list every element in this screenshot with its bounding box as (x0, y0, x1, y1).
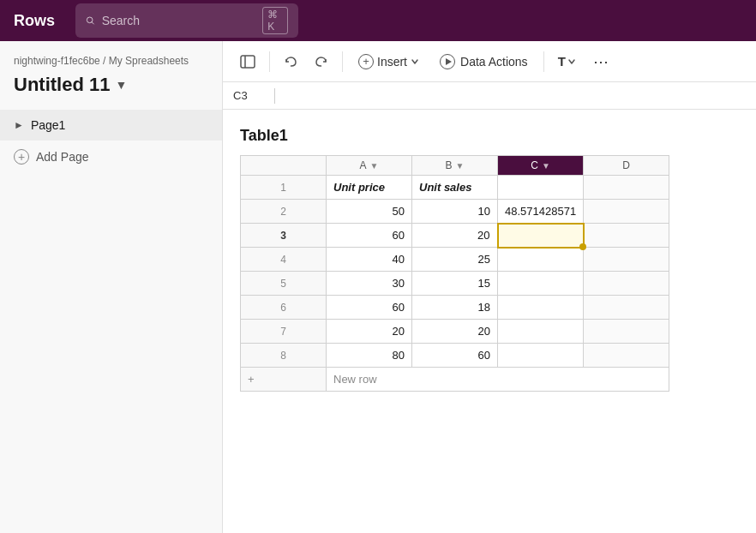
col-header-d[interactable]: D (584, 156, 669, 176)
cell-d8[interactable] (584, 344, 669, 368)
cell-d4[interactable] (584, 248, 669, 272)
toolbar-divider-3 (543, 51, 544, 72)
undo-icon (284, 55, 297, 69)
data-actions-label: Data Actions (460, 55, 528, 69)
text-format-dropdown-icon (567, 57, 576, 66)
toolbar-divider-2 (342, 51, 343, 72)
table-row: 1 Unit price Unit sales (241, 176, 669, 200)
cell-c5[interactable] (498, 272, 584, 296)
play-icon (440, 54, 455, 69)
data-actions-button[interactable]: Data Actions (431, 49, 537, 75)
spreadsheet-area[interactable]: Table1 A ▼ B (223, 110, 756, 533)
doc-title-dropdown-icon[interactable]: ▼ (115, 78, 127, 92)
col-header-b[interactable]: B ▼ (412, 156, 498, 176)
col-a-dropdown-icon: ▼ (370, 161, 379, 171)
cell-b5[interactable]: 15 (412, 272, 498, 296)
row-num-1: 1 (241, 176, 327, 200)
undo-button[interactable] (277, 50, 304, 74)
top-bar: Rows ⌘ K (0, 0, 756, 41)
table-row: 4 40 25 (241, 248, 669, 272)
search-input[interactable] (102, 14, 256, 27)
row-num-6: 6 (241, 296, 327, 320)
cell-c8[interactable] (498, 344, 584, 368)
col-a-label: A (360, 159, 367, 171)
cell-a2[interactable]: 50 (327, 200, 412, 224)
cell-c7[interactable] (498, 320, 584, 344)
cell-c3-selected[interactable] (498, 224, 584, 248)
sidebar: nightwing-f1fec6be / My Spreadsheets Unt… (0, 41, 223, 533)
table-title: Table1 (240, 127, 739, 145)
cell-a8[interactable]: 80 (327, 344, 412, 368)
col-b-dropdown-icon: ▼ (456, 161, 465, 171)
selected-cell-dot (579, 243, 586, 250)
cell-d3[interactable] (584, 224, 669, 248)
search-box[interactable]: ⌘ K (75, 3, 298, 38)
main-layout: nightwing-f1fec6be / My Spreadsheets Unt… (0, 41, 756, 533)
col-c-label: C (531, 159, 538, 171)
row-num-2: 2 (241, 200, 327, 224)
col-d-label: D (622, 159, 630, 171)
table-row: 3 60 20 (241, 224, 669, 248)
cell-a3[interactable]: 60 (327, 224, 412, 248)
row-num-4: 4 (241, 248, 327, 272)
new-row-label-cell[interactable]: New row (327, 368, 669, 392)
redo-icon (315, 55, 328, 69)
table-row: 6 60 18 (241, 296, 669, 320)
insert-label: Insert (377, 55, 407, 69)
cell-a5[interactable]: 30 (327, 272, 412, 296)
toolbar: + Insert Data Actions T ⋯ (223, 41, 756, 82)
insert-icon: + (358, 54, 374, 69)
add-page-button[interactable]: + Add Page (0, 141, 222, 173)
column-header-row: A ▼ B ▼ C (241, 156, 669, 176)
more-button[interactable]: ⋯ (586, 47, 615, 76)
insert-button[interactable]: + Insert (350, 49, 428, 75)
cell-d2[interactable] (584, 200, 669, 224)
sidebar-item-page1[interactable]: ► Page1 (0, 110, 222, 141)
table-row: 5 30 15 (241, 272, 669, 296)
cell-d5[interactable] (584, 272, 669, 296)
row-num-7: 7 (241, 320, 327, 344)
add-page-icon: + (14, 149, 29, 165)
col-header-a[interactable]: A ▼ (327, 156, 412, 176)
cell-a7[interactable]: 20 (327, 320, 412, 344)
cell-d6[interactable] (584, 296, 669, 320)
new-row-plus-col: + (241, 368, 327, 392)
text-format-button[interactable]: T (551, 49, 583, 74)
cell-c2[interactable]: 48.571428571 (498, 200, 584, 224)
cell-b3[interactable]: 20 (412, 224, 498, 248)
cell-ref-divider (274, 88, 275, 104)
cell-b2[interactable]: 10 (412, 200, 498, 224)
col-header-c[interactable]: C ▼ (498, 156, 584, 176)
cell-d7[interactable] (584, 320, 669, 344)
redo-button[interactable] (308, 50, 335, 74)
cell-c1[interactable] (498, 176, 584, 200)
col-b-label: B (446, 159, 453, 171)
play-triangle (446, 58, 452, 65)
page-label: Page1 (31, 118, 65, 132)
cell-d1[interactable] (584, 176, 669, 200)
cell-b6[interactable]: 18 (412, 296, 498, 320)
search-icon (86, 15, 95, 27)
toggle-sidebar-button[interactable] (233, 49, 262, 75)
row-num-8: 8 (241, 344, 327, 368)
svg-line-1 (92, 22, 93, 24)
row-num-5: 5 (241, 272, 327, 296)
svg-rect-2 (241, 56, 255, 68)
cell-c6[interactable] (498, 296, 584, 320)
cell-a6[interactable]: 60 (327, 296, 412, 320)
cell-b4[interactable]: 25 (412, 248, 498, 272)
cell-b8[interactable]: 60 (412, 344, 498, 368)
row-num-3: 3 (241, 224, 327, 248)
add-page-label: Add Page (36, 150, 89, 164)
content-area: + Insert Data Actions T ⋯ (223, 41, 756, 533)
cell-b1[interactable]: Unit sales (412, 176, 498, 200)
toolbar-divider-1 (269, 51, 270, 72)
cell-a1[interactable]: Unit price (327, 176, 412, 200)
app-title: Rows (14, 12, 55, 30)
cell-ref-value: C3 (233, 89, 267, 102)
cell-c4[interactable] (498, 248, 584, 272)
cell-a4[interactable]: 40 (327, 248, 412, 272)
sheet-table: A ▼ B ▼ C (240, 155, 669, 392)
add-row-button[interactable]: New row (333, 373, 377, 386)
cell-b7[interactable]: 20 (412, 320, 498, 344)
